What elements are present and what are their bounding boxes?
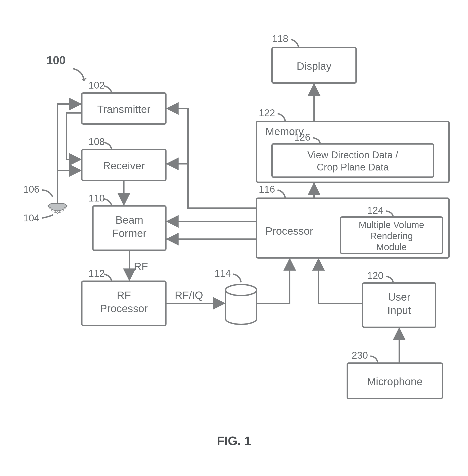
svg-point-14 [49,207,51,209]
arrow-processor-to-receiver [166,164,257,208]
rf-edge-label: RF [134,261,148,272]
ultrasound-probe: 106 104 [23,184,67,223]
buffer-ref: 114 [215,268,231,279]
beamformer-block: 110 Beam Former [88,193,166,250]
beamformer-label-1: Beam [116,214,143,226]
svg-point-20 [64,207,66,209]
mic-label: Microphone [367,376,423,387]
mvr-label-1: Multiple Volume [359,220,424,230]
arrow-buffer-to-processor [257,258,290,303]
buffer-cylinder: 114 [215,268,257,324]
svg-point-17 [57,212,58,214]
arrow-userinput-to-processor [319,258,363,303]
rfiq-edge-label: RF/IQ [175,289,203,301]
ui-label-2: Input [387,305,411,316]
receiver-label: Receiver [103,160,145,172]
rf-processor-block: 112 RF Processor [82,268,166,325]
svg-point-4 [226,284,257,296]
processor-ref: 116 [259,184,275,195]
ui-label-1: User [388,291,410,303]
system-ref: 100 [46,54,87,81]
viewdata-label-1: View Direction Data / [307,150,398,160]
beamformer-label-2: Former [112,227,147,239]
receiver-ref: 108 [88,136,105,147]
memory-block: 122 Memory 126 View Direction Data / Cro… [257,107,449,182]
system-ref-number: 100 [46,54,66,67]
mic-ref: 230 [352,350,368,361]
receiver-block: 108 Receiver [82,136,166,181]
user-input-block: 120 User Input [363,270,436,327]
arrow-processor-to-transmitter [166,108,188,164]
svg-point-18 [59,211,61,213]
display-ref: 118 [272,33,288,44]
rf-processor-label-1: RF [117,289,131,301]
microphone-block: 230 Microphone [347,350,442,399]
beamformer-ref: 110 [88,193,105,203]
probe-head-ref: 104 [23,213,39,223]
viewdata-ref: 126 [294,132,310,143]
mvr-label-3: Module [376,242,407,252]
memory-ref: 122 [259,107,275,118]
svg-point-19 [62,209,64,211]
svg-point-16 [54,211,56,213]
ui-ref: 120 [367,270,383,281]
rf-processor-label-2: Processor [100,303,148,314]
transmitter-ref: 102 [88,80,105,91]
arrow-transmitter-to-receiver-bus [66,113,82,159]
transmitter-block: 102 Transmitter [82,80,166,124]
rf-processor-ref: 112 [88,268,105,279]
display-block: 118 Display [272,33,356,83]
viewdata-label-2: Crop Plane Data [317,162,389,172]
connections: RF RF/IQ [58,83,399,363]
processor-label: Processor [265,225,313,237]
display-label: Display [297,60,331,72]
svg-point-15 [51,209,53,211]
transmitter-label: Transmitter [97,103,151,115]
processor-block: 116 Processor 124 Multiple Volume Render… [257,184,449,258]
block-diagram: 100 102 Transmitter 108 Receiver 110 Bea… [0,0,468,476]
figure-caption: FIG. 1 [217,434,251,448]
mvr-ref: 124 [367,205,383,216]
mvr-label-2: Rendering [370,231,413,241]
arrow-probe-to-transmitter [58,104,82,185]
probe-handle-ref: 106 [23,184,39,195]
